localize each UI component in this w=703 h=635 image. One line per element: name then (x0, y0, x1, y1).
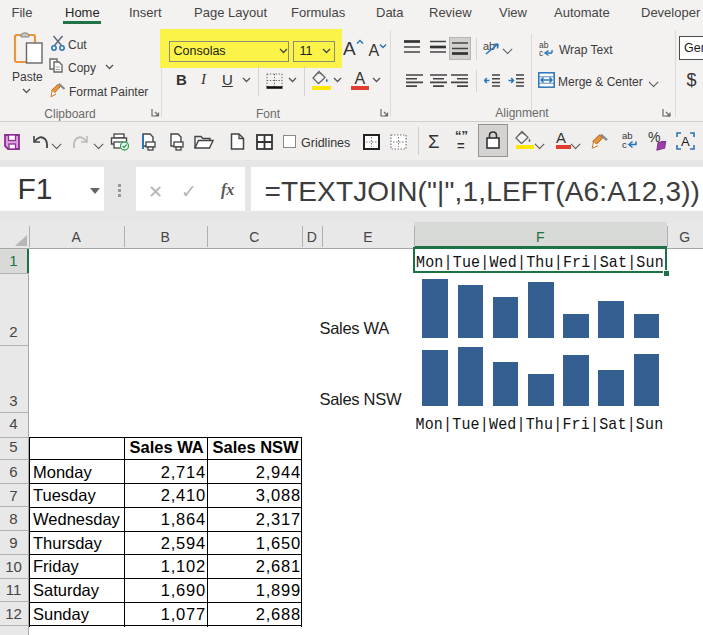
svg-text:ab: ab (483, 40, 495, 52)
svg-text:c: c (622, 139, 627, 149)
svg-text:A: A (681, 134, 690, 149)
